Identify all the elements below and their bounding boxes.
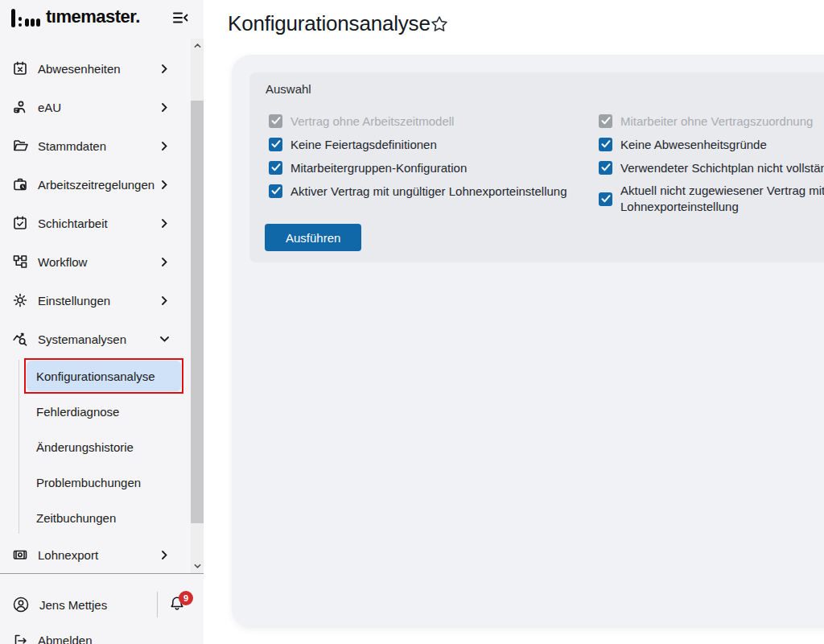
gear-icon: [12, 292, 28, 308]
subitem-label: Zeitbuchungen: [36, 511, 116, 525]
checkbox-row: Mitarbeiter ohne Vertragszuordnung: [599, 113, 824, 129]
sidebar-item-schichtarbeit[interactable]: Schichtarbeit: [0, 204, 191, 242]
sidebar-item-stammdaten[interactable]: Stammdaten: [0, 126, 191, 165]
logout-label: Abmelden: [38, 633, 93, 644]
folder-icon: [12, 138, 28, 154]
sidebar-nav: Abwesenheiten eAU Stammdaten: [0, 39, 191, 574]
page-title: Konfigurationsanalyse: [228, 11, 431, 36]
checkbox-checked[interactable]: [599, 192, 612, 206]
sidebar-scrollbar[interactable]: [191, 39, 204, 573]
chevron-right-icon: [160, 103, 169, 112]
checkbox-checked[interactable]: [269, 184, 282, 198]
checkbox-label: Mitarbeiter ohne Vertragszuordnung: [620, 114, 813, 128]
chevron-right-icon: [160, 551, 169, 559]
sidebar-item-label: eAU: [38, 101, 61, 114]
content-card: Auswahl Vertrag ohne Arbeitszeitmodell K…: [232, 55, 824, 628]
logo-wordmark: tımemaster.: [46, 8, 140, 27]
banknote-icon: [12, 547, 28, 563]
subitem-label: Problembuchungen: [36, 476, 141, 489]
checkbox-row: Keine Abwesenheitsgründe: [599, 136, 824, 152]
sidebar-subitem-problembuchungen[interactable]: Problembuchungen: [0, 464, 191, 500]
sidebar-subitem-fehlerdiagnose[interactable]: Fehlerdiagnose: [0, 394, 191, 429]
person-card-icon: [12, 99, 28, 115]
checkbox-row: Aktiver Vertrag mit ungültiger Lohnexpor…: [269, 183, 567, 199]
sidebar-item-label: Einstellungen: [38, 294, 110, 308]
checkbox-label: Mitarbeitergruppen-Konfiguration: [290, 161, 467, 175]
sidebar-subitem-zeitbuchungen[interactable]: Zeitbuchungen: [0, 500, 191, 535]
chevron-right-icon: [160, 180, 169, 189]
checkbox-row: Aktuell nicht zugewiesener Vertrag mit L…: [599, 183, 824, 215]
sidebar-item-label: Abwesenheiten: [38, 62, 121, 76]
checkbox-checked[interactable]: [599, 138, 612, 151]
favorite-star-icon[interactable]: [430, 14, 449, 34]
panel-title: Auswahl: [266, 82, 311, 96]
sidebar-item-label: Stammdaten: [38, 139, 106, 153]
checkbox-label: Keine Abwesenheitsgründe: [620, 138, 767, 151]
calendar-check-icon: [12, 215, 28, 231]
logout-button[interactable]: Abmelden: [0, 628, 204, 644]
notification-badge: 9: [179, 591, 193, 605]
checkbox-checked-disabled: [599, 114, 612, 128]
sidebar-subitem-konfigurationsanalyse[interactable]: Konfigurationsanalyse: [0, 358, 191, 394]
checkbox-label: Aktiver Vertrag mit ungültiger Lohnexpor…: [290, 184, 567, 198]
sidebar-item-workflow[interactable]: Workflow: [0, 242, 191, 281]
checkbox-checked-disabled: [269, 114, 282, 128]
user-row: Jens Mettjes 9: [0, 588, 204, 621]
checkbox-column-left: Vertrag ohne Arbeitszeitmodell Keine Fei…: [269, 113, 567, 206]
user-name: Jens Mettjes: [39, 598, 107, 612]
sidebar-item-lohnexport[interactable]: Lohnexport: [0, 535, 191, 574]
checkbox-row: Verwendeter Schichtplan nicht vollständi…: [599, 159, 824, 175]
checkbox-column-right: Mitarbeiter ohne Vertragszuordnung Keine…: [599, 113, 824, 222]
analytics-search-icon: [12, 331, 28, 347]
sidebar-item-eau[interactable]: eAU: [0, 88, 191, 126]
sidebar-item-label: Workflow: [38, 255, 87, 269]
subitem-label: Änderungshistorie: [36, 440, 134, 454]
sidebar-item-systemanalysen[interactable]: Systemanalysen: [0, 320, 191, 358]
checkbox-checked[interactable]: [269, 138, 282, 151]
checkbox-checked[interactable]: [599, 161, 612, 175]
sidebar-item-abwesenheiten[interactable]: Abwesenheiten: [0, 49, 191, 88]
user-row-divider: [157, 592, 158, 617]
checkbox-label: Vertrag ohne Arbeitszeitmodell: [290, 114, 454, 128]
chevron-right-icon: [160, 64, 169, 73]
checkbox-row: Mitarbeitergruppen-Konfiguration: [269, 159, 567, 175]
briefcase-clock-icon: [12, 176, 28, 192]
notifications-bell-icon[interactable]: 9: [168, 595, 192, 617]
checkbox-row: Keine Feiertagsdefinitionen: [269, 136, 567, 152]
user-avatar-icon[interactable]: [12, 596, 30, 613]
chevron-down-icon: [160, 335, 169, 344]
chevron-right-icon: [160, 142, 169, 151]
chevron-right-icon: [160, 258, 169, 266]
sidebar-item-label: Arbeitszeitregelungen: [38, 178, 154, 192]
timemaster-logo-icon: [11, 8, 40, 27]
calendar-x-icon: [12, 60, 28, 76]
scroll-down-icon[interactable]: [191, 559, 204, 573]
systemanalysen-submenu: Konfigurationsanalyse Fehlerdiagnose Änd…: [0, 358, 191, 535]
checkbox-checked[interactable]: [269, 161, 282, 175]
sidebar-subitem-aenderungshistorie[interactable]: Änderungshistorie: [0, 429, 191, 464]
checkbox-label: Aktuell nicht zugewiesener Vertrag mit L…: [620, 183, 824, 215]
sidebar-collapse-icon[interactable]: [171, 9, 189, 27]
subitem-label: Fehlerdiagnose: [36, 405, 119, 419]
chevron-right-icon: [160, 219, 169, 228]
ausfuehren-button[interactable]: Ausführen: [265, 224, 361, 251]
checkbox-row: Vertrag ohne Arbeitszeitmodell: [269, 113, 567, 129]
chevron-right-icon: [160, 296, 169, 305]
sidebar-item-label: Schichtarbeit: [38, 217, 108, 230]
scroll-up-icon[interactable]: [191, 39, 204, 52]
logout-icon: [12, 633, 28, 644]
sidebar-item-arbeitszeitregelungen[interactable]: Arbeitszeitregelungen: [0, 165, 191, 204]
checkbox-label: Verwendeter Schichtplan nicht vollständi…: [620, 161, 824, 175]
sidebar-item-einstellungen[interactable]: Einstellungen: [0, 281, 191, 320]
auswahl-panel: Auswahl Vertrag ohne Arbeitszeitmodell K…: [249, 72, 824, 262]
sidebar-footer-divider: [0, 573, 204, 574]
subitem-label: Konfigurationsanalyse: [36, 369, 155, 383]
sidebar-header: tımemaster.: [0, 0, 191, 35]
checkbox-label: Keine Feiertagsdefinitionen: [290, 138, 437, 151]
sidebar-item-label: Lohnexport: [38, 548, 98, 562]
sidebar: tımemaster. Abwesenheiten: [0, 0, 204, 644]
sidebar-item-label: Systemanalysen: [38, 332, 126, 346]
workflow-icon: [12, 254, 28, 270]
scrollbar-thumb[interactable]: [191, 101, 204, 523]
